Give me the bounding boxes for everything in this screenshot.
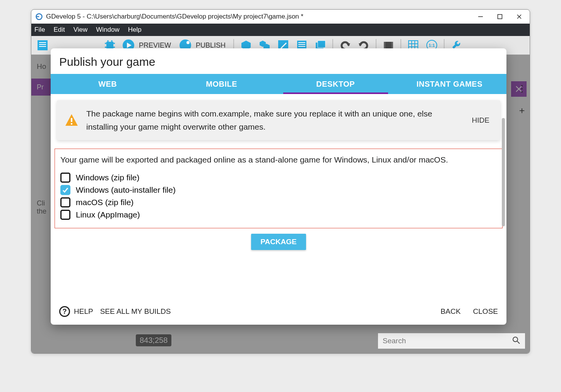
option-windows-zip[interactable]: Windows (zip file): [60, 171, 497, 184]
svg-marker-33: [346, 43, 350, 46]
tab-web[interactable]: WEB: [51, 74, 165, 94]
close-dialog-button[interactable]: CLOSE: [473, 307, 498, 316]
dialog-footer: ? HELP SEE ALL MY BUILDS BACK CLOSE: [51, 300, 506, 325]
dialog-tabs: WEB MOBILE DESKTOP INSTANT GAMES: [51, 74, 506, 94]
checkbox-icon[interactable]: [60, 197, 70, 207]
export-description: Your game will be exported and packaged …: [60, 154, 497, 166]
kebab-icon[interactable]: ⋮: [517, 83, 527, 94]
app-window: GDevelop 5 - C:\Users\charburg\Documents…: [31, 9, 530, 354]
search-icon[interactable]: [512, 336, 520, 346]
warning-icon: [65, 113, 79, 127]
maximize-button[interactable]: [496, 12, 504, 21]
help-link[interactable]: HELP: [74, 307, 93, 316]
checkbox-checked-icon[interactable]: [60, 185, 70, 195]
option-label: macOS (zip file): [76, 198, 133, 207]
hide-alert-button[interactable]: HIDE: [469, 116, 493, 125]
menu-view[interactable]: View: [74, 26, 88, 34]
svg-marker-34: [359, 43, 363, 46]
search-bar[interactable]: Search: [378, 333, 525, 349]
warning-alert: The package name begins with com.example…: [57, 100, 500, 140]
svg-rect-51: [71, 123, 72, 125]
option-label: Linux (AppImage): [76, 210, 140, 219]
window-controls: [476, 12, 523, 21]
svg-rect-32: [318, 41, 325, 48]
svg-rect-9: [106, 42, 113, 49]
tab-mobile[interactable]: MOBILE: [165, 74, 279, 94]
svg-point-21: [186, 41, 190, 44]
see-builds-link[interactable]: SEE ALL MY BUILDS: [100, 307, 171, 316]
menubar: File Edit View Window Help: [31, 24, 530, 36]
svg-rect-7: [39, 44, 46, 45]
close-window-button[interactable]: [515, 12, 523, 21]
svg-rect-28: [298, 42, 305, 43]
publish-dialog: Publish your game WEB MOBILE DESKTOP INS…: [51, 48, 506, 325]
option-windows-installer[interactable]: Windows (auto-installer file): [60, 184, 497, 196]
menu-edit[interactable]: Edit: [53, 26, 65, 34]
checkbox-icon[interactable]: [60, 173, 70, 183]
dialog-title: Publish your game: [51, 48, 506, 74]
right-side-icons: ⋮ ＋: [517, 83, 527, 116]
checkbox-icon[interactable]: [60, 210, 70, 220]
back-button[interactable]: BACK: [441, 307, 461, 316]
svg-line-48: [517, 341, 520, 344]
menu-file[interactable]: File: [34, 26, 45, 34]
app-icon: [35, 13, 43, 21]
titlebar: GDevelop 5 - C:\Users\charburg\Documents…: [31, 10, 530, 24]
svg-rect-37: [392, 42, 393, 49]
menu-window[interactable]: Window: [96, 26, 119, 34]
svg-rect-5: [38, 40, 48, 50]
svg-rect-50: [71, 118, 72, 122]
svg-rect-29: [298, 44, 305, 45]
minimize-button[interactable]: [476, 12, 485, 21]
project-icon[interactable]: [34, 37, 51, 53]
option-label: Windows (zip file): [76, 173, 140, 182]
option-label: Windows (auto-installer file): [76, 185, 176, 195]
window-title: GDevelop 5 - C:\Users\charburg\Documents…: [46, 13, 303, 21]
warning-text: The package name begins with com.example…: [86, 107, 461, 133]
tab-instant-games[interactable]: INSTANT GAMES: [393, 74, 507, 94]
svg-rect-36: [384, 42, 385, 49]
option-linux-appimage[interactable]: Linux (AppImage): [60, 209, 497, 221]
svg-rect-8: [39, 46, 46, 47]
svg-point-47: [513, 337, 518, 342]
svg-rect-2: [498, 15, 502, 19]
svg-rect-30: [298, 46, 305, 47]
search-placeholder: Search: [383, 337, 406, 345]
menu-help[interactable]: Help: [128, 26, 142, 34]
tab-desktop[interactable]: DESKTOP: [279, 74, 393, 94]
option-macos-zip[interactable]: macOS (zip file): [60, 196, 497, 209]
svg-text:1:1: 1:1: [429, 43, 435, 48]
package-button[interactable]: PACKAGE: [251, 234, 306, 250]
dialog-scrollbar[interactable]: [502, 118, 505, 226]
svg-rect-6: [39, 42, 46, 43]
plus-icon[interactable]: ＋: [517, 104, 527, 116]
export-options: Your game will be exported and packaged …: [55, 149, 503, 228]
help-icon[interactable]: ?: [59, 306, 70, 317]
